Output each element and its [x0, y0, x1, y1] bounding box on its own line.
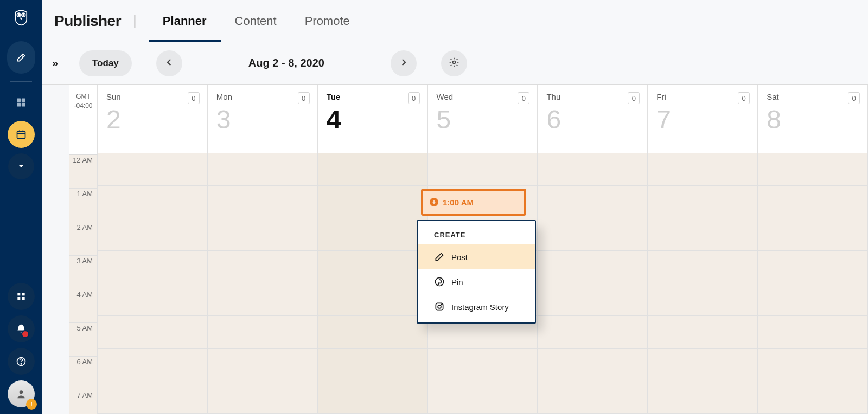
time-cell[interactable] — [758, 218, 867, 251]
time-label: 5 AM — [69, 323, 98, 357]
time-cell[interactable] — [98, 218, 207, 251]
tab-content[interactable]: Content — [221, 0, 291, 42]
time-cell[interactable] — [318, 186, 427, 218]
planner-button[interactable] — [8, 121, 35, 148]
day-column[interactable]: Sun20 — [98, 85, 208, 414]
settings-button[interactable] — [441, 50, 467, 76]
svg-rect-7 — [22, 103, 25, 107]
time-cell[interactable] — [208, 251, 317, 283]
timezone-header: GMT -04:00 — [69, 85, 98, 155]
time-cell[interactable] — [98, 381, 207, 414]
tab-label: Planner — [163, 14, 207, 28]
avatar-icon — [16, 389, 27, 399]
time-cell[interactable] — [758, 349, 867, 381]
expand-nav-button[interactable] — [8, 153, 34, 179]
app-title: Publisher — [54, 12, 121, 30]
time-cell[interactable] — [208, 316, 317, 348]
create-menu-item-label: Post — [451, 253, 468, 262]
time-cell[interactable] — [98, 251, 207, 283]
day-column[interactable]: Sat80 — [758, 85, 868, 414]
time-cell[interactable] — [208, 381, 317, 414]
date-range: Aug 2 - 8, 2020 — [248, 57, 324, 69]
time-cell[interactable] — [538, 316, 647, 348]
time-cell[interactable] — [318, 218, 427, 251]
time-cell[interactable] — [98, 349, 207, 381]
time-cell[interactable] — [648, 251, 757, 283]
time-label: 2 AM — [69, 222, 98, 256]
time-cell[interactable] — [208, 153, 317, 186]
drawer-expand-button[interactable]: » — [42, 42, 68, 85]
time-cell[interactable] — [98, 186, 207, 218]
tab-promote[interactable]: Promote — [291, 0, 364, 42]
time-cell[interactable] — [648, 283, 757, 316]
time-cell[interactable] — [318, 153, 427, 186]
create-menu-item[interactable]: Post — [418, 244, 535, 269]
logo-icon — [12, 8, 30, 26]
time-cell[interactable] — [98, 153, 207, 186]
create-menu-title: CREATE — [418, 231, 535, 244]
time-cell[interactable] — [648, 186, 757, 218]
create-menu-item[interactable]: Pin — [418, 269, 535, 294]
day-name: Thu — [546, 92, 640, 101]
time-cell[interactable] — [758, 316, 867, 348]
time-cell[interactable] — [428, 381, 538, 414]
tab-planner[interactable]: Planner — [149, 0, 221, 42]
time-cell[interactable] — [208, 186, 317, 218]
calendar-icon — [16, 129, 27, 140]
time-cell[interactable] — [758, 251, 867, 283]
create-menu-item[interactable]: Instagram Story — [418, 294, 535, 319]
time-cell[interactable] — [318, 381, 427, 414]
time-cell[interactable] — [538, 349, 647, 381]
day-column[interactable]: Thu60 — [538, 85, 648, 414]
time-cell[interactable] — [318, 251, 427, 283]
today-button[interactable]: Today — [79, 50, 132, 76]
day-column[interactable]: Mon30 — [208, 85, 318, 414]
time-cell[interactable] — [538, 186, 647, 218]
time-cell[interactable] — [318, 349, 427, 381]
day-column[interactable]: Tue40 — [318, 85, 428, 414]
day-count-badge: 0 — [518, 92, 529, 104]
create-menu-item-label: Pin — [451, 277, 463, 287]
time-cell[interactable] — [208, 283, 317, 316]
time-cell[interactable] — [98, 316, 207, 348]
compose-button[interactable] — [7, 41, 35, 74]
time-cell[interactable] — [428, 349, 538, 381]
day-name: Fri — [656, 92, 750, 101]
new-event-slot[interactable]: + 1:00 AM — [421, 189, 526, 216]
time-cell[interactable] — [208, 349, 317, 381]
time-cell[interactable] — [538, 153, 647, 186]
time-cell[interactable] — [648, 349, 757, 381]
day-number: 7 — [656, 107, 750, 133]
time-cell[interactable] — [428, 153, 538, 186]
time-cell[interactable] — [758, 283, 867, 316]
time-cell[interactable] — [538, 283, 647, 316]
time-cell[interactable] — [758, 186, 867, 218]
time-cell[interactable] — [318, 283, 427, 316]
time-cell[interactable] — [758, 153, 867, 186]
time-cell[interactable] — [98, 283, 207, 316]
time-cell[interactable] — [318, 316, 427, 348]
time-cell[interactable] — [648, 153, 757, 186]
apps-button[interactable] — [8, 283, 35, 310]
help-button[interactable] — [8, 348, 35, 375]
time-cell[interactable] — [758, 381, 867, 414]
time-cell[interactable] — [538, 251, 647, 283]
prev-week-button[interactable] — [156, 50, 182, 76]
day-column[interactable]: Fri70 — [648, 85, 758, 414]
event-slot-time: 1:00 AM — [443, 198, 474, 207]
time-label: 12 AM — [69, 155, 98, 189]
next-week-button[interactable] — [391, 50, 417, 76]
svg-point-2 — [18, 14, 20, 16]
streams-button[interactable] — [7, 89, 35, 115]
time-cell[interactable] — [538, 381, 647, 414]
sidebar-divider — [10, 81, 32, 82]
time-cell[interactable] — [538, 218, 647, 251]
time-cell[interactable] — [648, 218, 757, 251]
time-cell[interactable] — [208, 218, 317, 251]
time-cell[interactable] — [648, 316, 757, 348]
svg-point-22 — [438, 305, 441, 308]
avatar-button[interactable]: ! — [8, 380, 35, 407]
notifications-button[interactable] — [8, 315, 35, 342]
topbar: Publisher | Planner Content Promote — [42, 0, 868, 42]
time-cell[interactable] — [648, 381, 757, 414]
